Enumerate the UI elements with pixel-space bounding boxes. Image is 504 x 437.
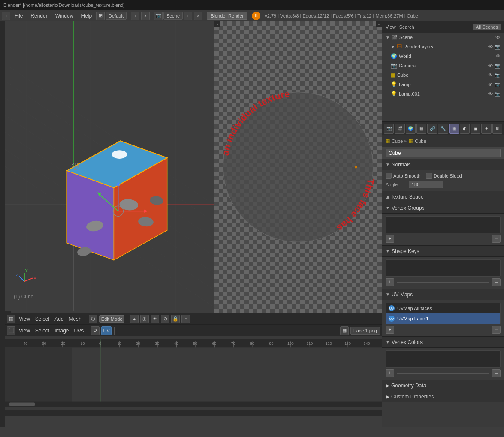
outliner-scene-dropdown[interactable]: All Scenes	[473, 24, 501, 30]
timeline-content[interactable]: -40 -30 -20 -10 0 10 20 30 40	[5, 336, 382, 410]
object-props-btn[interactable]: ▦	[416, 124, 426, 134]
material-props-btn[interactable]: ◐	[460, 124, 470, 134]
render-props-btn[interactable]: 📷	[384, 124, 394, 134]
uv-maps-header[interactable]: ▼ UV Maps	[382, 289, 504, 300]
workspace-icon[interactable]: ⊞	[96, 12, 105, 20]
outliner-item-lamp[interactable]: 💡 Lamp 👁 📷	[382, 80, 504, 89]
vc-remove-btn[interactable]: −	[492, 369, 501, 377]
outliner-item-camera[interactable]: 📷 Camera 👁 📷	[382, 61, 504, 70]
shading-btn3[interactable]: ☀	[151, 315, 159, 323]
toolbar-mesh[interactable]: Mesh	[67, 315, 83, 323]
double-sided-label[interactable]: Double Sided	[426, 173, 462, 179]
outliner-item-renderlayers[interactable]: ▼ 🎞 RenderLayers 👁 📷	[382, 42, 504, 51]
vertex-colors-header[interactable]: ▼ Vertex Colors	[382, 337, 504, 348]
outliner-item-world[interactable]: 🌍 World 👁	[382, 51, 504, 61]
auto-smooth-checkbox[interactable]	[386, 173, 392, 179]
toolbar-add[interactable]: Add	[53, 315, 65, 323]
rl-render-icon[interactable]: 📷	[495, 44, 501, 50]
lamp001-eye-icon[interactable]: 👁	[488, 91, 493, 96]
data-props-btn[interactable]: ▦	[449, 124, 459, 134]
modifiers-btn[interactable]: 🔧	[438, 124, 448, 134]
custom-properties-header[interactable]: ▶ Custom Properties	[382, 391, 504, 402]
shading-btn1[interactable]: ●	[130, 315, 139, 323]
image-editor[interactable]: + + an individual texture	[214, 21, 382, 313]
breadcrumb-item1[interactable]: Cube	[392, 139, 403, 144]
scroll-strip[interactable]	[5, 410, 382, 416]
texture-props-btn[interactable]: ▣	[471, 124, 480, 134]
pivot-btn[interactable]: ⊙	[161, 315, 169, 323]
menu-help[interactable]: Help	[78, 12, 95, 20]
vertex-groups-header[interactable]: ▼ Vertex Groups	[382, 202, 504, 214]
world-eye-icon[interactable]: 👁	[496, 54, 501, 59]
proportional-btn[interactable]: ○	[181, 315, 190, 323]
constraints-btn[interactable]: 🔗	[427, 124, 437, 134]
expand-scene[interactable]: ▼	[386, 35, 390, 40]
edit-mode-icon[interactable]: ⬡	[89, 315, 97, 323]
viewport-3d[interactable]: User Persp + +	[5, 21, 214, 313]
object-name-input[interactable]	[386, 149, 501, 157]
world-props-btn[interactable]: 🌍	[406, 124, 416, 134]
rl-eye-icon[interactable]: 👁	[488, 44, 493, 49]
face-name[interactable]: Face 1.png	[350, 327, 380, 335]
info-icon-btn[interactable]: ℹ	[2, 12, 10, 20]
timeline-view-btn[interactable]: View	[17, 327, 32, 335]
expand-rl[interactable]: ▼	[391, 45, 395, 49]
sync-btn[interactable]: ⟳	[91, 326, 100, 335]
double-sided-checkbox[interactable]	[426, 173, 432, 179]
remove-btn[interactable]: ×	[141, 12, 150, 20]
outliner-item-cube[interactable]: ▦ Cube 👁 📷	[382, 70, 504, 80]
shape-keys-header[interactable]: ▼ Shape Keys	[382, 246, 504, 257]
viewport-mode-icon[interactable]: ▦	[7, 315, 15, 323]
vg-add-btn[interactable]: +	[386, 235, 394, 243]
menu-render[interactable]: Render	[27, 12, 51, 20]
scene-props-btn[interactable]: 🎬	[395, 124, 404, 134]
expand-handle-tl[interactable]: +	[214, 21, 220, 27]
cam-render-icon[interactable]: 📷	[495, 63, 501, 69]
lamp-render-icon[interactable]: 📷	[495, 82, 501, 87]
timeline-select-btn[interactable]: Select	[33, 327, 51, 335]
normals-section-header[interactable]: ▼ Normals	[382, 159, 504, 170]
angle-input[interactable]	[409, 181, 443, 188]
eye-icon[interactable]: 👁	[495, 34, 501, 40]
vg-remove-btn[interactable]: −	[492, 235, 501, 243]
physics-btn[interactable]: ≋	[492, 124, 502, 134]
menu-file[interactable]: File	[11, 12, 26, 20]
uv-map-item-0[interactable]: UV UVMap All faces	[386, 303, 500, 313]
uv-remove-btn[interactable]: −	[492, 326, 501, 334]
cam-eye-icon[interactable]: 👁	[488, 63, 493, 68]
timeline-uvs-btn[interactable]: UVs	[72, 327, 86, 335]
timeline-icon[interactable]: ⬛	[7, 326, 15, 335]
outliner-item-lamp001[interactable]: 💡 Lamp.001 👁 📷	[382, 89, 504, 99]
texture-space-header[interactable]: ▶ Texture Space	[382, 191, 504, 202]
snap-btn[interactable]: 🔒	[171, 315, 180, 323]
render-engine-dropdown[interactable]: Blender Render	[207, 12, 247, 20]
auto-smooth-label[interactable]: Auto Smooth	[386, 173, 421, 179]
add-btn[interactable]: +	[131, 12, 139, 20]
menu-window[interactable]: Window	[52, 12, 77, 20]
toolbar-view[interactable]: View	[17, 315, 32, 323]
layout-dropdown[interactable]: Default	[106, 12, 127, 20]
face-icon[interactable]: ▦	[340, 326, 349, 335]
expand-handle-tr2[interactable]: +	[376, 21, 382, 27]
outliner-view-btn[interactable]: View	[386, 24, 396, 30]
sk-add-btn[interactable]: +	[386, 278, 394, 286]
particles-btn[interactable]: ✦	[481, 124, 491, 134]
timeline-image-btn[interactable]: Image	[53, 327, 70, 335]
uv-map-item-1[interactable]: UV UVMap Face 1	[386, 313, 500, 324]
cube-render-icon[interactable]: 📷	[495, 72, 501, 78]
uv-icon[interactable]: UV	[101, 326, 112, 335]
uv-add-btn[interactable]: +	[386, 326, 394, 334]
geometry-data-header[interactable]: ▶ Geometry Data	[382, 380, 504, 391]
cube-eye-icon[interactable]: 👁	[488, 72, 493, 78]
breadcrumb-item2[interactable]: Cube	[415, 139, 426, 144]
toolbar-select[interactable]: Select	[33, 315, 51, 323]
vc-add-btn[interactable]: +	[386, 369, 394, 377]
sk-remove-btn[interactable]: −	[492, 278, 501, 286]
add-scene-btn[interactable]: +	[184, 12, 192, 20]
lamp-eye-icon[interactable]: 👁	[488, 82, 493, 87]
outliner-item-scene[interactable]: ▼ 🎬 Scene 👁	[382, 33, 504, 42]
shading-btn2[interactable]: ◎	[140, 315, 149, 323]
lamp001-render-icon[interactable]: 📷	[495, 91, 501, 97]
camera-icon[interactable]: 📷	[154, 12, 163, 20]
mode-dropdown[interactable]: Edit Mode	[99, 315, 125, 323]
